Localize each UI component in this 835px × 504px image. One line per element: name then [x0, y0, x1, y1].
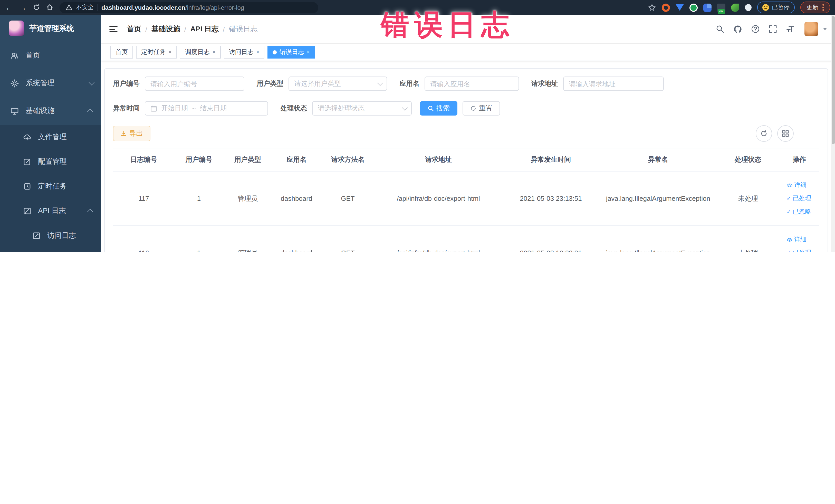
app-header: 首页 / 基础设施 / API 日志 / 错误日志	[101, 15, 835, 44]
people-icon	[10, 51, 19, 60]
main-area: 首页 / 基础设施 / API 日志 / 错误日志	[101, 15, 835, 252]
emoji-face-icon	[762, 4, 769, 11]
search-icon[interactable]	[716, 25, 725, 33]
user-avatar[interactable]	[805, 22, 818, 36]
tab-job[interactable]: 定时任务×	[136, 46, 177, 59]
home-icon[interactable]	[46, 3, 54, 12]
cloud-icon	[23, 133, 31, 141]
request-url-input[interactable]	[563, 77, 664, 91]
security-label: 不安全	[76, 4, 94, 11]
scrollbar-thumb[interactable]	[832, 16, 835, 144]
sidebar-item-job[interactable]: 定时任务	[0, 174, 101, 199]
close-icon[interactable]: ×	[307, 49, 310, 55]
column-header: 应用名	[272, 148, 321, 171]
table-row: 1161管理员dashboardGET/api/infra/db-doc/exp…	[113, 226, 819, 252]
back-icon[interactable]: ←	[5, 4, 13, 11]
sidebar-item-system[interactable]: 系统管理	[0, 69, 101, 97]
browser-menu-icon[interactable]	[822, 4, 824, 11]
breadcrumb-infra[interactable]: 基础设施	[151, 24, 180, 34]
edit-icon	[32, 231, 41, 240]
reset-button[interactable]: 重置	[463, 101, 500, 116]
github-icon[interactable]	[733, 24, 742, 34]
help-icon[interactable]	[751, 25, 760, 33]
processed-link[interactable]: ✓已处理	[787, 248, 811, 252]
request-url-label: 请求地址	[531, 79, 558, 88]
extension-icon[interactable]: on	[717, 3, 725, 12]
sidebar-item-file[interactable]: 文件管理	[0, 125, 101, 149]
user-type-label: 用户类型	[257, 79, 283, 88]
extension-icon[interactable]	[661, 3, 670, 12]
close-icon[interactable]: ×	[256, 49, 260, 55]
sidebar-item-api-log[interactable]: API 日志	[0, 199, 101, 223]
check-icon: ✓	[787, 208, 791, 215]
sidebar-item-home[interactable]: 首页	[0, 42, 101, 69]
detail-link[interactable]: 详细	[787, 181, 807, 189]
download-icon	[121, 130, 127, 137]
eye-icon	[787, 237, 793, 243]
filter-row-2: 异常时间 开始日期 ~ 结束日期 处理状态 请选择处理状态	[113, 101, 821, 116]
fullscreen-icon[interactable]	[769, 25, 777, 33]
tab-access-log[interactable]: 访问日志×	[224, 46, 265, 59]
search-icon	[428, 105, 434, 112]
refresh-icon	[470, 105, 476, 112]
sidebar-item-access-log[interactable]: 访问日志	[0, 223, 101, 248]
user-id-input[interactable]	[145, 77, 244, 91]
reload-icon[interactable]	[33, 3, 40, 12]
vertical-scrollbar[interactable]	[831, 15, 835, 252]
breadcrumb-home[interactable]: 首页	[127, 24, 141, 34]
sidebar-item-error-log[interactable]: 错误日志	[0, 248, 101, 252]
sidebar: 芋道管理系统 首页 系统管理 基础设施 文件管理	[0, 15, 101, 252]
avatar-caret-icon[interactable]	[823, 28, 827, 30]
extension-icon[interactable]	[703, 3, 711, 12]
tab-job-log[interactable]: 调度日志×	[180, 46, 221, 59]
hamburger-icon[interactable]	[107, 24, 120, 34]
table-header-row: 日志编号 用户编号 用户类型 应用名 请求方法名 请求地址 异常发生时间 异常名…	[113, 148, 819, 171]
calendar-icon	[150, 105, 157, 112]
detail-link[interactable]: 详细	[787, 235, 807, 244]
sidebar-item-infra[interactable]: 基础设施	[0, 97, 101, 125]
timer-icon	[23, 182, 31, 191]
column-settings-button[interactable]	[777, 125, 794, 142]
logo-image	[9, 21, 24, 36]
column-header: 请求地址	[375, 148, 502, 171]
forward-icon[interactable]: →	[19, 4, 27, 11]
export-button[interactable]: 导出	[113, 126, 150, 141]
app-name-input[interactable]	[425, 77, 519, 91]
user-id-label: 用户编号	[113, 79, 140, 88]
sidebar-item-config[interactable]: 配置管理	[0, 149, 101, 174]
breadcrumb-api-log[interactable]: API 日志	[190, 24, 219, 34]
ignored-link[interactable]: ✓已忽略	[787, 207, 811, 216]
extension-icon[interactable]	[689, 3, 697, 12]
close-icon[interactable]: ×	[212, 49, 216, 55]
process-status-label: 处理状态	[280, 104, 307, 113]
tab-error-log[interactable]: 错误日志×	[268, 46, 315, 59]
column-header: 异常发生时间	[502, 148, 599, 171]
paused-extension-chip[interactable]: 已暂停	[757, 2, 795, 13]
extension-icon[interactable]	[675, 4, 684, 11]
paused-label: 已暂停	[772, 4, 790, 11]
screen: ← → 不安全 dashboard.yudao.iocoder.cn/infra…	[0, 0, 835, 252]
address-bar[interactable]: 不安全 dashboard.yudao.iocoder.cn/infra/log…	[60, 2, 318, 13]
check-icon: ✓	[787, 195, 791, 202]
extensions-puzzle-icon[interactable]	[744, 3, 753, 12]
warning-icon	[66, 4, 73, 11]
font-size-icon[interactable]	[786, 25, 796, 33]
bookmark-star-icon[interactable]	[648, 3, 656, 12]
extension-icon[interactable]	[731, 3, 739, 12]
app-logo[interactable]: 芋道管理系统	[0, 15, 101, 42]
breadcrumb: 首页 / 基础设施 / API 日志 / 错误日志	[127, 24, 258, 34]
processed-link[interactable]: ✓已处理	[787, 194, 811, 203]
column-header: 用户类型	[223, 148, 272, 171]
browser-update-button[interactable]: 更新	[800, 2, 830, 13]
gear-icon	[10, 79, 19, 87]
user-type-select[interactable]: 请选择用户类型	[288, 77, 387, 91]
tab-home[interactable]: 首页	[110, 46, 133, 59]
edit-icon	[23, 207, 31, 216]
chevron-down-icon	[377, 80, 383, 86]
date-range-picker[interactable]: 开始日期 ~ 结束日期	[145, 101, 268, 116]
refresh-button[interactable]	[756, 125, 772, 142]
close-icon[interactable]: ×	[168, 49, 172, 55]
column-header: 异常名	[599, 148, 717, 171]
process-status-select[interactable]: 请选择处理状态	[312, 101, 412, 116]
search-button[interactable]: 搜索	[420, 101, 457, 116]
